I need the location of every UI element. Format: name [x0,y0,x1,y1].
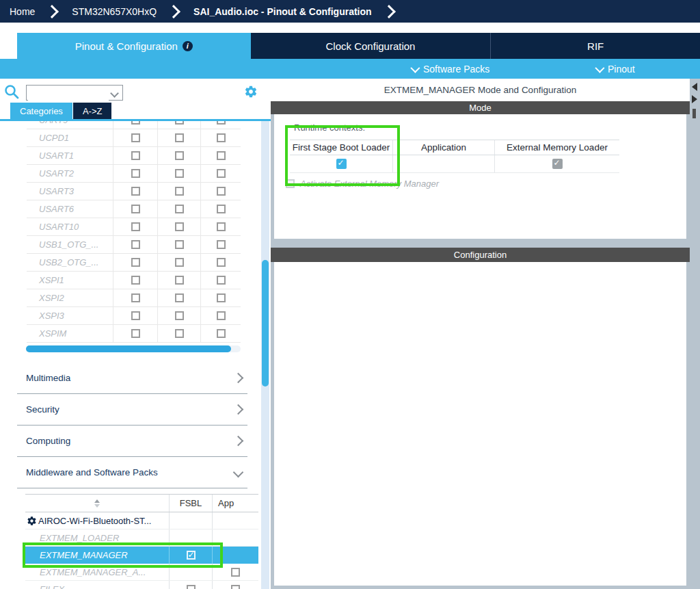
horizontal-scrollbar-thumb[interactable] [26,345,231,352]
peripheral-checkbox[interactable] [175,187,184,196]
peripheral-checkbox[interactable] [217,276,226,285]
pack-row-airoc-wi-fi-bluetooth-st[interactable]: AIROC-Wi-Fi-Bluetooth-ST... [25,512,258,529]
peripheral-checkbox[interactable] [131,276,140,285]
packs-app-header[interactable]: App [212,495,258,512]
splitter-handle[interactable] [692,109,696,118]
info-icon[interactable] [183,41,193,51]
peripheral-row-uart9[interactable]: UART9 [27,121,241,129]
peripheral-checkbox[interactable] [217,311,226,320]
peripheral-checkbox[interactable] [217,329,226,338]
peripheral-table: UART9UCPD1USART1USART2USART3USART6USART1… [27,121,241,343]
stm32cubemx-window: HomeSTM32N657X0HxQSAI_Audio.ioc - Pinout… [0,0,700,589]
peripheral-row-usart6[interactable]: USART6 [27,200,241,218]
packs-name-header[interactable] [25,495,169,512]
peripheral-checkbox[interactable] [217,205,226,213]
peripheral-context-cell [113,200,157,218]
peripheral-checkbox[interactable] [217,222,226,231]
peripheral-checkbox[interactable] [175,121,184,125]
filter-tab-categories[interactable]: Categories [10,103,72,119]
peripheral-row-ucpd1[interactable]: UCPD1 [27,129,241,147]
peripheral-checkbox[interactable] [175,151,184,160]
peripheral-checkbox[interactable] [131,121,140,125]
breadcrumb-item-sai-audio-ioc-pinout-configuration[interactable]: SAI_Audio.ioc - Pinout & Configuration [193,6,372,17]
peripheral-checkbox[interactable] [175,311,184,320]
search-combobox[interactable] [26,85,123,101]
settings-gear-icon[interactable] [244,85,258,101]
peripheral-checkbox[interactable] [131,151,140,160]
peripheral-row-usart10[interactable]: USART10 [27,218,241,236]
peripheral-checkbox[interactable] [175,169,184,178]
pinout-menu[interactable]: Pinout [595,59,635,79]
peripheral-row-xspi3[interactable]: XSPI3 [27,307,241,325]
pack-row-extmem-manager[interactable]: EXTMEM_MANAGER [25,547,258,564]
context-checkbox-checked[interactable] [336,159,347,169]
peripheral-row-xspim[interactable]: XSPIM [27,325,241,343]
pack-checkbox[interactable] [231,585,240,589]
packs-fsbl-header[interactable]: FSBL [169,495,212,512]
peripheral-checkbox[interactable] [175,205,184,213]
vertical-scrollbar[interactable] [261,121,269,589]
collapse-left-icon[interactable] [692,83,697,91]
pack-row-extmem-manager-a[interactable]: EXTMEM_MANAGER_A... [25,564,258,581]
breadcrumb-item-home[interactable]: Home [10,6,35,17]
peripheral-checkbox[interactable] [217,293,226,302]
peripheral-checkbox[interactable] [175,133,184,142]
tab-rif[interactable]: RIF [490,33,700,59]
peripheral-checkbox[interactable] [217,169,226,178]
section-security[interactable]: Security [17,394,247,426]
peripheral-checkbox[interactable] [131,187,140,196]
peripheral-checkbox[interactable] [217,258,226,267]
filter-tab-a-z[interactable]: A->Z [73,103,112,119]
pinout-label: Pinout [608,64,635,75]
peripheral-row-usart3[interactable]: USART3 [27,183,241,200]
peripheral-row-usart1[interactable]: USART1 [27,147,241,165]
software-packs-menu[interactable]: Software Packs [411,59,489,79]
peripheral-row-usart2[interactable]: USART2 [27,165,241,183]
peripheral-row-usb2-otg[interactable]: USB2_OTG_... [27,254,241,272]
pack-row-extmem-loader[interactable]: EXTMEM_LOADER [25,529,258,547]
peripheral-checkbox[interactable] [175,240,184,249]
pack-row-filex[interactable]: FILEX [25,581,258,589]
search-input[interactable] [28,86,109,101]
peripheral-checkbox[interactable] [131,133,140,142]
mode-section-body [274,114,686,239]
packs-table-body: AIROC-Wi-Fi-Bluetooth-ST...EXTMEM_LOADER… [25,512,258,589]
peripheral-checkbox[interactable] [217,151,226,160]
peripheral-row-xspi2[interactable]: XSPI2 [27,289,241,307]
peripheral-checkbox[interactable] [175,329,184,338]
panel-splitter[interactable] [690,79,700,589]
section-computing[interactable]: Computing [17,426,247,457]
peripheral-checkbox[interactable] [131,293,140,302]
peripheral-checkbox[interactable] [217,133,226,142]
peripheral-checkbox[interactable] [175,258,184,267]
tab-clock-configuration[interactable]: Clock Configuration [251,33,491,59]
pack-checkbox[interactable] [231,568,240,577]
peripheral-row-xspi1[interactable]: XSPI1 [27,272,241,289]
tab-pinout-configuration[interactable]: Pinout & Configuration [17,33,251,59]
peripheral-row-usb1-otg[interactable]: USB1_OTG_... [27,236,241,254]
horizontal-scrollbar[interactable] [26,345,241,352]
peripheral-checkbox[interactable] [175,276,184,285]
peripheral-checkbox[interactable] [131,329,140,338]
peripheral-checkbox[interactable] [131,205,140,213]
peripheral-context-cell [113,307,157,324]
peripheral-checkbox[interactable] [175,222,184,231]
peripheral-checkbox[interactable] [131,169,140,178]
peripheral-checkbox[interactable] [217,121,226,125]
breadcrumb-item-stm32n657x0hxq[interactable]: STM32N657X0HxQ [72,6,157,17]
peripheral-checkbox[interactable] [131,311,140,320]
peripheral-checkbox[interactable] [217,187,226,196]
peripheral-checkbox[interactable] [131,222,140,231]
peripheral-name: USB2_OTG_... [27,254,113,271]
peripheral-checkbox[interactable] [175,293,184,302]
collapse-right-icon[interactable] [692,95,697,103]
chevron-down-icon[interactable] [110,89,119,98]
pack-checkbox-checked[interactable] [187,551,196,560]
peripheral-checkbox[interactable] [217,240,226,249]
section-middleware-and-software-packs[interactable]: Middleware and Software Packs [17,457,247,488]
peripheral-checkbox[interactable] [131,258,140,267]
section-multimedia[interactable]: Multimedia [17,363,247,394]
pack-checkbox[interactable] [187,585,196,589]
peripheral-checkbox[interactable] [131,240,140,249]
vertical-scrollbar-thumb[interactable] [262,260,269,387]
